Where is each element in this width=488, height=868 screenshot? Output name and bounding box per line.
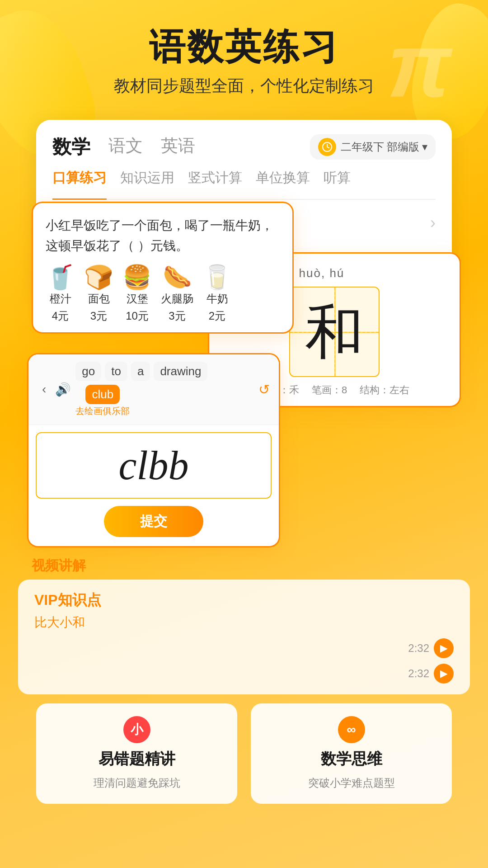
sub-tab-vertical[interactable]: 竖式计算: [188, 169, 242, 192]
page-header: 语数英练习 教材同步题型全面，个性化定制练习: [0, 0, 488, 106]
food-emoji-0: 🥤: [46, 265, 75, 289]
bottom-card-math-thinking[interactable]: ∞ 数学思维 突破小学难点题型: [251, 703, 452, 804]
sub-tab-listen[interactable]: 听算: [324, 169, 351, 192]
strokes-value: 8: [342, 384, 347, 396]
subject-tabs: 数学 语文 英语 二年级下 部编版 ▾: [52, 134, 436, 160]
tab-math[interactable]: 数学: [52, 134, 90, 160]
english-answer-text: clbb: [119, 442, 189, 489]
chip-club[interactable]: club: [85, 385, 120, 404]
play-button-1[interactable]: ▶: [434, 664, 454, 684]
page-subtitle: 教材同步题型全面，个性化定制练习: [0, 75, 488, 97]
timestamp-value-0: 2:32: [408, 642, 429, 655]
bottom-card-math-desc: 突破小学难点题型: [262, 775, 441, 791]
bottom-card-errors-title: 易错题精讲: [47, 749, 226, 769]
food-name-3: 火腿肠: [161, 292, 193, 306]
right-arrow-icon: ›: [430, 213, 436, 232]
timestamp-value-1: 2:32: [408, 667, 429, 680]
food-emoji-4: 🥛: [202, 265, 232, 289]
food-emoji-2: 🍔: [122, 265, 152, 289]
english-answer-box[interactable]: clbb: [36, 432, 272, 499]
bottom-section: 小 易错题精讲 理清问题避免踩坑 ∞ 数学思维 突破小学难点题型: [18, 703, 470, 804]
food-items-row: 🥤 橙汁 4元 🍞 面包 3元 🍔 汉堡 10元 🌭 火腿肠 3元 🥛: [46, 265, 280, 323]
food-price-4: 2元: [209, 309, 225, 323]
timestamp-item-1: 2:32 ▶: [408, 664, 454, 684]
food-item-2: 🍔 汉堡 10元: [122, 265, 152, 323]
sub-tab-knowledge[interactable]: 知识运用: [120, 169, 174, 192]
main-content: 数学 语文 英语 二年级下 部编版 ▾ 口算练习 知识运用 竖式计算 单位换: [0, 106, 488, 831]
food-price-3: 3元: [169, 309, 185, 323]
big-character: 和: [305, 302, 364, 361]
food-name-0: 橙汁: [50, 292, 71, 306]
speaker-icon[interactable]: 🔊: [55, 382, 71, 397]
chip-hint: 去绘画俱乐部: [75, 405, 130, 417]
chevron-down-icon: ▾: [422, 141, 427, 153]
food-price-1: 3元: [90, 309, 107, 323]
english-card: ‹ 🔊 go to a drawing club 去绘画俱乐部 ↺ clbb 提…: [27, 353, 280, 547]
grade-label: 二年级下: [341, 140, 384, 154]
food-name-1: 面包: [88, 292, 110, 306]
bottom-card-errors[interactable]: 小 易错题精讲 理清问题避免踩坑: [36, 703, 237, 804]
english-card-header: ‹ 🔊 go to a drawing club 去绘画俱乐部 ↺: [28, 354, 279, 425]
vip-label: VIP知识点: [34, 590, 454, 610]
food-price-0: 4元: [52, 309, 69, 323]
food-price-2: 10元: [126, 309, 149, 323]
grade-icon: [318, 138, 336, 156]
tab-english[interactable]: 英语: [161, 134, 195, 160]
chip-a[interactable]: a: [131, 362, 150, 381]
question-text: 小红早饭吃了一个面包，喝了一瓶牛奶，这顿早饭花了（ ）元钱。: [46, 216, 280, 256]
error-icon-label: 小: [131, 721, 143, 738]
bottom-card-math-title: 数学思维: [262, 749, 441, 769]
timestamp-list: 2:32 ▶ 2:32 ▶: [34, 638, 454, 684]
food-item-3: 🌭 火腿肠 3元: [161, 265, 193, 323]
question-card: 小红早饭吃了一个面包，喝了一瓶牛奶，这顿早饭花了（ ）元钱。 🥤 橙汁 4元 🍞…: [32, 202, 294, 334]
food-item-4: 🥛 牛奶 2元: [202, 265, 232, 323]
play-button-0[interactable]: ▶: [434, 638, 454, 658]
chip-go[interactable]: go: [75, 362, 101, 381]
bottom-icon-errors: 小: [123, 716, 150, 743]
submit-button[interactable]: 提交: [104, 506, 203, 537]
sub-tab-oral[interactable]: 口算练习: [52, 169, 107, 200]
vip-section: VIP知识点 比大小和 2:32 ▶ 2:32 ▶: [18, 580, 470, 694]
char-box: 和: [289, 287, 380, 377]
tab-group: 数学 语文 英语: [52, 134, 195, 160]
chip-to[interactable]: to: [105, 362, 127, 381]
food-name-4: 牛奶: [206, 292, 228, 306]
grade-selector[interactable]: 二年级下 部编版 ▾: [310, 134, 436, 160]
sub-tabs-row: 口算练习 知识运用 竖式计算 单位换算 听算: [52, 169, 436, 200]
refresh-icon[interactable]: ↺: [258, 382, 270, 397]
tab-chinese[interactable]: 语文: [108, 134, 143, 160]
food-item-1: 🍞 面包 3元: [84, 265, 113, 323]
bottom-icon-math: ∞: [338, 716, 365, 743]
page-title: 语数英练习: [0, 27, 488, 67]
food-emoji-3: 🌭: [163, 265, 192, 289]
food-emoji-1: 🍞: [84, 265, 113, 289]
food-item-0: 🥤 橙汁 4元: [46, 265, 75, 323]
back-button[interactable]: ‹: [38, 380, 51, 398]
food-name-2: 汉堡: [127, 292, 148, 306]
video-lecture-label: 视频讲解: [32, 557, 470, 575]
chip-drawing[interactable]: drawing: [154, 362, 207, 381]
structure-value: 左右: [389, 384, 409, 396]
word-chips: go to a drawing club 去绘画俱乐部: [75, 362, 254, 417]
edition-label: 部编版: [387, 140, 419, 154]
timestamp-item-0: 2:32 ▶: [408, 638, 454, 658]
radical-value: 禾: [289, 384, 299, 396]
sub-tab-unit[interactable]: 单位换算: [256, 169, 310, 192]
vip-sublabel: 比大小和: [34, 614, 454, 631]
math-icon-label: ∞: [347, 722, 356, 737]
bottom-card-errors-desc: 理清问题避免踩坑: [47, 775, 226, 791]
